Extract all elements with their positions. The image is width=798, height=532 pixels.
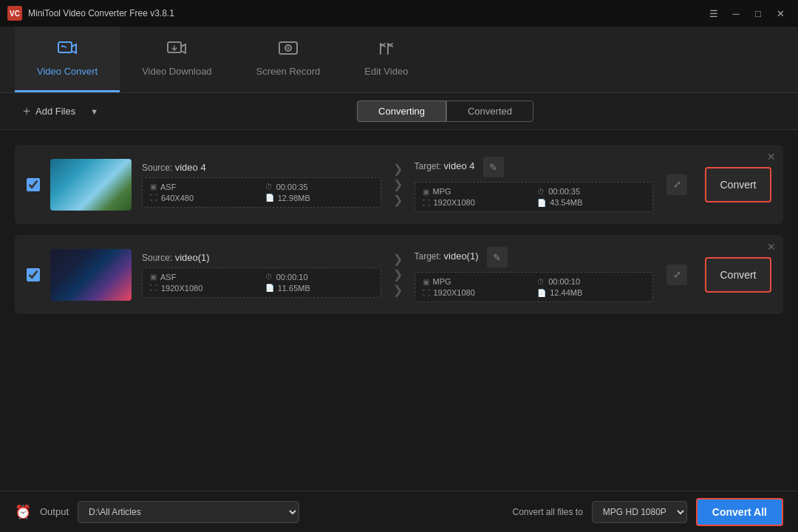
close-file-2-button[interactable]: ✕ [767, 241, 776, 253]
tab-edit-video-label: Edit Video [364, 66, 408, 77]
toolbar: ＋ Add Files ▼ Converting Converted [0, 93, 798, 130]
output-clock-icon: ⏰ [15, 504, 31, 520]
main-content: ✕ Source: video 4 ▣ ASF ⏱ 00:00:35 [0, 130, 798, 491]
minimize-button[interactable]: ─ [726, 5, 746, 21]
add-files-label: Add Files [35, 106, 75, 117]
bottom-bar: ⏰ Output D:\All Articles Convert all fil… [0, 491, 798, 532]
convert-all-button[interactable]: Convert All [696, 498, 783, 526]
video-download-icon [166, 41, 187, 61]
add-files-dropdown-button[interactable]: ▼ [89, 104, 100, 119]
size-icon: 📄 [265, 194, 274, 202]
convert-file-1-button[interactable]: Convert [705, 167, 771, 202]
duration-icon: ⏱ [265, 183, 273, 191]
edit-target-2-button[interactable]: ✎ [487, 247, 508, 267]
file-2-checkbox[interactable] [27, 268, 40, 282]
file-2-source: Source: video(1) ▣ ASF ⏱ 00:00:10 ⛶ 1920… [142, 252, 381, 298]
file-1-source-label: Source: video 4 [142, 162, 381, 173]
tab-video-download-label: Video Download [142, 66, 211, 77]
fullscreen-1-button[interactable]: ⤢ [666, 174, 687, 195]
file-1-target-grid: ▣ MPG ⏱ 00:00:35 ⛶ 1920X1080 📄 43.54MB [415, 182, 654, 212]
output-path-select[interactable]: D:\All Articles [78, 501, 299, 523]
file-2-source-grid: ▣ ASF ⏱ 00:00:10 ⛶ 1920X1080 📄 11.65MB [142, 267, 381, 298]
tab-edit-video[interactable]: Edit Video [342, 27, 430, 92]
svg-point-4 [287, 47, 289, 49]
convert-all-files-to-label: Convert all files to [512, 507, 582, 517]
file-1-source-format: ▣ ASF [150, 183, 258, 191]
tab-video-download[interactable]: Video Download [120, 27, 233, 92]
convert-arrows-2: ❯ ❯ ❯ [389, 252, 407, 297]
file-1-thumbnail [50, 159, 132, 211]
file-2-source-duration: ⏱ 00:00:10 [265, 273, 373, 282]
file-2-thumbnail [50, 249, 132, 301]
add-files-button[interactable]: ＋ Add Files [15, 100, 81, 122]
convert-arrows-1: ❯ ❯ ❯ [389, 162, 407, 207]
file-1-target-resolution: ⛶ 1920X1080 [423, 198, 531, 207]
tab-screen-record[interactable]: Screen Record [234, 27, 343, 92]
file-1-source: Source: video 4 ▣ ASF ⏱ 00:00:35 ⛶ 640X4… [142, 162, 381, 208]
output-label: Output [40, 506, 69, 517]
file-1-info: Source: video 4 ▣ ASF ⏱ 00:00:35 ⛶ 640X4… [142, 157, 687, 212]
target-duration-icon: ⏱ [537, 188, 545, 196]
app-logo: VC [7, 6, 22, 21]
close-file-1-button[interactable]: ✕ [767, 151, 776, 163]
converted-tab-button[interactable]: Converted [446, 100, 533, 122]
file-1-source-duration: ⏱ 00:00:35 [265, 183, 373, 191]
file-2-target-grid: ▣ MPG ⏱ 00:00:10 ⛶ 1920X1080 📄 12.44MB [415, 272, 654, 302]
file-2-target-duration: ⏱ 00:00:10 [537, 277, 645, 286]
window-controls: ☰ ─ □ ✕ [703, 5, 791, 21]
screen-record-icon [278, 41, 299, 61]
fullscreen-2-button[interactable]: ⤢ [666, 265, 687, 285]
file-card-1: ✕ Source: video 4 ▣ ASF ⏱ 00:00:35 [15, 145, 783, 224]
app-title: MiniTool Video Converter Free v3.8.1 [28, 8, 698, 18]
file-1-target-duration: ⏱ 00:00:35 [537, 187, 645, 196]
file-2-target: Target: video(1) ✎ ▣ MPG ⏱ 00:00:10 ⛶ 19… [415, 247, 654, 302]
convert-file-2-button[interactable]: Convert [705, 257, 771, 293]
file-1-source-size: 📄 12.98MB [265, 194, 373, 202]
file-2-source-format: ▣ ASF [150, 273, 258, 282]
tab-screen-record-label: Screen Record [256, 66, 321, 77]
close-button[interactable]: ✕ [770, 5, 791, 21]
resolution-icon: ⛶ [150, 194, 157, 202]
nav-tabs: Video Convert Video Download Screen Reco… [0, 27, 798, 93]
tab-video-convert-label: Video Convert [37, 66, 98, 77]
file-2-target-resolution: ⛶ 1920X1080 [423, 288, 531, 297]
converting-tab-button[interactable]: Converting [357, 100, 446, 122]
menu-button[interactable]: ☰ [703, 5, 724, 21]
file-1-checkbox[interactable] [27, 178, 40, 191]
video-convert-icon [57, 41, 78, 61]
convert-tab-switch: Converting Converted [357, 100, 533, 122]
file-2-source-resolution: ⛶ 1920X1080 [150, 284, 258, 293]
titlebar: VC MiniTool Video Converter Free v3.8.1 … [0, 0, 798, 27]
target-resolution-icon: ⛶ [423, 199, 430, 207]
file-2-target-format: ▣ MPG [423, 277, 531, 286]
file-1-target-label: Target: video 4 ✎ [415, 157, 654, 177]
maximize-button[interactable]: □ [748, 5, 768, 21]
file-2-info: Source: video(1) ▣ ASF ⏱ 00:00:10 ⛶ 1920… [142, 247, 687, 302]
file-card-2: ✕ Source: video(1) ▣ ASF ⏱ 00:00:10 [15, 235, 783, 314]
file-1-source-resolution: ⛶ 640X480 [150, 194, 258, 202]
file-1-target: Target: video 4 ✎ ▣ MPG ⏱ 00:00:35 ⛶ 192… [415, 157, 654, 212]
format-select[interactable]: MPG HD 1080P [592, 501, 687, 523]
file-1-target-size: 📄 43.54MB [537, 198, 645, 207]
file-1-source-grid: ▣ ASF ⏱ 00:00:35 ⛶ 640X480 📄 12.98MB [142, 177, 381, 208]
file-2-source-label: Source: video(1) [142, 252, 381, 263]
edit-target-1-button[interactable]: ✎ [483, 157, 504, 177]
format-icon: ▣ [150, 183, 157, 191]
target-format-icon: ▣ [423, 188, 429, 196]
file-2-target-label: Target: video(1) ✎ [415, 247, 654, 267]
edit-video-icon [376, 41, 397, 61]
file-1-target-format: ▣ MPG [423, 187, 531, 196]
file-2-target-size: 📄 12.44MB [537, 288, 645, 297]
tab-video-convert[interactable]: Video Convert [15, 27, 120, 92]
file-2-source-size: 📄 11.65MB [265, 284, 373, 293]
plus-icon: ＋ [21, 103, 33, 119]
target-size-icon: 📄 [537, 199, 546, 207]
